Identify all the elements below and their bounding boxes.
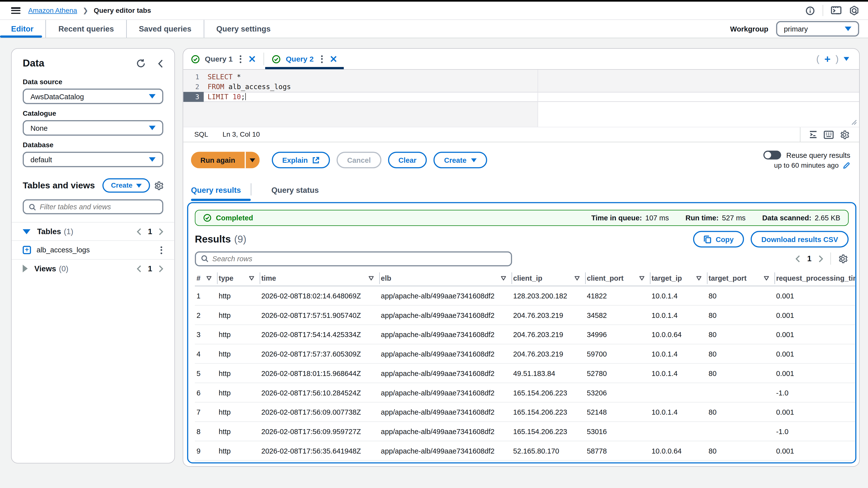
database-select[interactable]: default	[23, 152, 163, 167]
column-filter-icon[interactable]	[500, 275, 507, 281]
results-page-prev-icon[interactable]	[796, 255, 800, 262]
line-number: 1	[183, 72, 204, 82]
column-filter-icon[interactable]	[696, 275, 702, 281]
query-tab-2[interactable]: Query 2	[264, 49, 345, 69]
column-filter-icon[interactable]	[764, 275, 770, 281]
close-tab-icon[interactable]	[249, 55, 256, 63]
table-cell: 10.0.1.4	[650, 402, 707, 421]
menu-icon[interactable]	[11, 7, 21, 14]
edit-pencil-icon[interactable]	[843, 162, 850, 170]
run-options-dropdown[interactable]	[245, 152, 260, 168]
page-prev-icon[interactable]	[137, 228, 141, 235]
column-header-time[interactable]: time	[260, 271, 379, 286]
collapse-panel-icon[interactable]	[158, 59, 163, 68]
column-filter-icon[interactable]	[368, 275, 374, 281]
column-header-label: request_processing_time	[776, 274, 857, 282]
explain-button[interactable]: Explain	[272, 152, 330, 168]
refresh-icon[interactable]	[136, 59, 146, 68]
table-cell: 0.001	[774, 364, 857, 383]
table-cell: http	[217, 344, 259, 363]
table-cell: 10.0.0.64	[650, 441, 707, 460]
column-header-row-number[interactable]: #	[195, 271, 217, 286]
filter-tables-input-wrap	[23, 200, 163, 214]
clear-button[interactable]: Clear	[388, 152, 427, 168]
run-again-button[interactable]: Run again	[191, 152, 245, 168]
column-header-elb[interactable]: elb	[379, 271, 511, 286]
table-row: 5http2026-02-08T18:01:15.968644Zapp/apac…	[195, 364, 856, 383]
table-cell: 2026-02-08T17:56:10.284524Z	[260, 383, 379, 402]
column-filter-icon[interactable]	[206, 275, 212, 281]
query-tab-1[interactable]: Query 1	[183, 49, 264, 69]
format-sql-icon[interactable]	[809, 130, 817, 139]
page-next-icon[interactable]	[159, 228, 163, 235]
tables-settings-gear-icon[interactable]	[154, 181, 163, 190]
column-filter-icon[interactable]	[249, 275, 255, 281]
data-panel-title: Data	[23, 58, 44, 69]
column-filter-icon[interactable]	[639, 275, 645, 281]
tab-editor[interactable]: Editor	[0, 20, 46, 38]
tab-query-status[interactable]: Query status	[261, 178, 329, 202]
table-cell: 0.001	[774, 441, 857, 460]
tab-list-dropdown-icon[interactable]	[844, 57, 849, 61]
tab-recent-queries[interactable]: Recent queries	[46, 20, 127, 38]
amazon-q-icon[interactable]	[849, 5, 859, 16]
workgroup-select[interactable]: primary	[776, 21, 859, 36]
close-tab-icon[interactable]	[330, 55, 337, 63]
paren-open: (	[816, 54, 819, 64]
new-query-tab-icon[interactable]: +	[825, 54, 831, 64]
column-header-type[interactable]: type	[217, 271, 259, 286]
results-preferences-gear-icon[interactable]	[838, 254, 847, 263]
chevron-down-icon	[136, 183, 142, 187]
column-header-client_port[interactable]: client_port	[585, 271, 650, 286]
create-dropdown-button[interactable]: Create	[434, 152, 487, 168]
expand-table-plus-icon[interactable]: +	[23, 246, 31, 254]
sql-code-editor[interactable]: 123 SELECT *FROM alb_access_logsLIMIT 10…	[183, 70, 859, 127]
column-filter-icon[interactable]	[574, 275, 580, 281]
copy-button[interactable]: Copy	[693, 231, 744, 247]
column-header-request_processing_time[interactable]: request_processing_time	[774, 271, 857, 286]
create-table-button[interactable]: Create	[103, 178, 150, 192]
collapsed-caret-icon[interactable]	[23, 265, 28, 272]
tables-group-row[interactable]: Tables (1) 1	[11, 222, 174, 240]
reuse-query-results-label: Reuse query results	[786, 151, 850, 159]
data-source-select[interactable]: AwsDataCatalog	[23, 89, 163, 104]
tab-query-results[interactable]: Query results	[191, 178, 251, 202]
table-cell: http	[217, 441, 259, 460]
tab-saved-queries[interactable]: Saved queries	[127, 20, 204, 38]
table-cell: http	[217, 325, 259, 344]
download-results-csv-button[interactable]: Download results CSV	[751, 231, 848, 247]
search-icon	[29, 203, 36, 211]
tab-query-settings[interactable]: Query settings	[204, 20, 283, 38]
catalogue-select[interactable]: None	[23, 120, 163, 136]
table-item-kebab-icon[interactable]	[158, 244, 164, 256]
query-tab-1-kebab-icon[interactable]	[238, 53, 244, 65]
column-header-target_port[interactable]: target_port	[707, 271, 774, 286]
table-item-alb-access-logs[interactable]: + alb_access_logs	[11, 240, 174, 259]
editor-resize-handle[interactable]	[850, 118, 857, 125]
table-cell: 2026-02-08T18:01:15.968644Z	[260, 364, 379, 383]
cancel-button[interactable]: Cancel	[337, 152, 381, 168]
breadcrumb-amazon-athena[interactable]: Amazon Athena	[28, 7, 77, 14]
page-next-icon[interactable]	[159, 265, 163, 272]
table-cell: 49.51.183.84	[512, 364, 585, 383]
info-icon[interactable]	[805, 6, 815, 15]
column-header-client_ip[interactable]: client_ip	[512, 271, 585, 286]
query-tab-2-kebab-icon[interactable]	[318, 53, 325, 65]
keyboard-shortcuts-icon[interactable]	[824, 130, 834, 139]
search-rows-input[interactable]	[212, 254, 506, 263]
reuse-query-results-toggle[interactable]	[764, 151, 781, 159]
tab-query-status-label: Query status	[271, 185, 318, 194]
page-prev-icon[interactable]	[137, 265, 141, 272]
editor-settings-gear-icon[interactable]	[840, 130, 849, 139]
cloudshell-icon[interactable]	[831, 6, 841, 15]
results-page-next-icon[interactable]	[819, 255, 823, 262]
filter-tables-input[interactable]	[40, 203, 157, 211]
results-tab-bar: Query results Query status	[183, 178, 859, 202]
header-divider	[823, 5, 823, 16]
column-header-target_ip[interactable]: target_ip	[650, 271, 707, 286]
table-cell: 4	[195, 344, 217, 363]
expand-caret-icon[interactable]	[23, 229, 30, 234]
views-group-row[interactable]: Views (0) 1	[11, 259, 174, 277]
text-cursor	[245, 93, 246, 100]
table-cell: 7	[195, 402, 217, 421]
